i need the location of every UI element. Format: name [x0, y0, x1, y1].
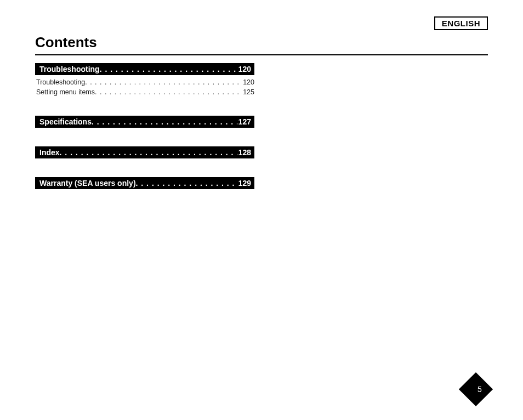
toc-section-bar: Specifications . . . . . . . . . . . . .… [35, 116, 254, 128]
toc-column: Troubleshooting . . . . . . . . . . . . … [35, 63, 254, 189]
toc-sub-label: Troubleshooting [36, 77, 85, 87]
toc-section-label: Specifications [39, 117, 92, 126]
section-gap [35, 128, 254, 146]
toc-sub-page: 120 [242, 77, 254, 87]
leader-dots: . . . . . . . . . . . . . . . . . . . . … [60, 148, 237, 157]
toc-sub-label: Setting menu items [36, 87, 95, 97]
leader-dots: . . . . . . . . . . . . . . . . . . . . … [85, 77, 242, 87]
toc-sub-page: 125 [242, 87, 254, 97]
toc-section-page: 120 [237, 65, 251, 73]
language-badge: ENGLISH [434, 16, 488, 30]
section-gap [35, 158, 254, 177]
leader-dots: . . . . . . . . . . . . . . . . . . . . … [95, 87, 242, 97]
toc-sub-item: Troubleshooting . . . . . . . . . . . . … [36, 77, 254, 87]
toc-section-label: Warranty (SEA users only) [39, 179, 136, 188]
toc-sub-item: Setting menu items . . . . . . . . . . .… [36, 87, 254, 97]
leader-dots: . . . . . . . . . . . . . . . . . . . . … [92, 117, 237, 126]
toc-section-page: 127 [237, 117, 251, 126]
toc-section-label: Troubleshooting [39, 65, 100, 73]
leader-dots: . . . . . . . . . . . . . . . . . . . . … [136, 179, 237, 188]
page-number-marker: 5 [464, 377, 488, 401]
toc-section-label: Index [39, 148, 60, 157]
page-container: ENGLISH Contents Troubleshooting . . . .… [0, 0, 523, 420]
toc-section-page: 129 [237, 179, 251, 188]
section-gap [35, 97, 254, 116]
page-title: Contents [35, 34, 488, 51]
title-rule [35, 54, 488, 55]
toc-sub-list: Troubleshooting . . . . . . . . . . . . … [35, 77, 254, 97]
toc-section-bar: Troubleshooting . . . . . . . . . . . . … [35, 63, 254, 75]
page-number: 5 [477, 385, 482, 394]
leader-dots: . . . . . . . . . . . . . . . . . . . . … [100, 65, 237, 73]
toc-section-bar: Index . . . . . . . . . . . . . . . . . … [35, 146, 254, 158]
toc-section-bar: Warranty (SEA users only) . . . . . . . … [35, 177, 254, 189]
language-label: ENGLISH [442, 19, 480, 28]
toc-section-page: 128 [237, 148, 251, 157]
page-number-wrap: 5 [464, 377, 488, 401]
